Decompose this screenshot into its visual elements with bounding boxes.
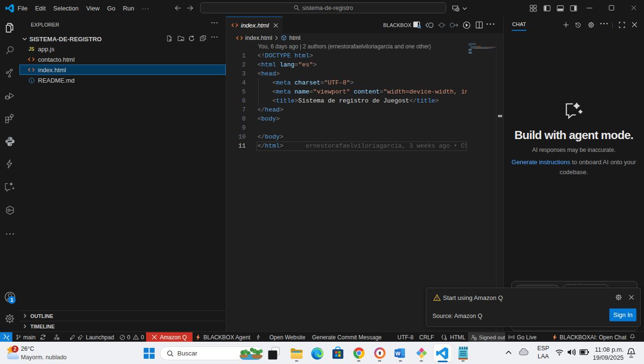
svg-text:W: W (396, 351, 401, 356)
svg-text:z: z (630, 350, 632, 354)
